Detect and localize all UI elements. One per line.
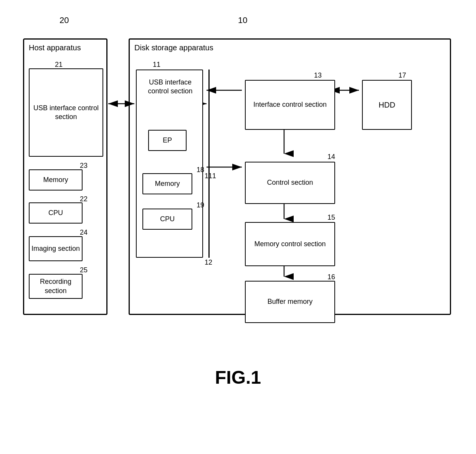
ref-11: 11 [153, 61, 160, 69]
usb-interface-host-box: USB interface control section [29, 68, 103, 157]
cpu-host-box: CPU [29, 202, 83, 224]
ref-16: 16 [327, 273, 335, 281]
ref-23: 23 [80, 162, 88, 170]
memory-host-box: Memory [29, 169, 83, 191]
ref-20: 20 [60, 15, 69, 25]
usb-interface-control-label: USB interface control section [140, 78, 200, 96]
ref-17: 17 [398, 71, 406, 80]
interface-control-label: Interface control section [253, 100, 327, 109]
host-apparatus-box: Host apparatus 21 USB interface control … [23, 38, 107, 315]
recording-section-label: Recording section [30, 277, 82, 295]
buffer-memory-box: Buffer memory [245, 281, 335, 323]
ref-21: 21 [55, 61, 63, 69]
ref-12: 12 [205, 258, 212, 267]
hdd-box: HDD [362, 80, 412, 130]
imaging-section-label: Imaging section [31, 244, 80, 253]
disk-storage-label: Disk storage apparatus [134, 43, 213, 52]
usb-interface-control-box: USB interface control section EP 18 Memo… [136, 70, 203, 258]
cpu-host-label: CPU [48, 209, 63, 217]
hdd-label: HDD [378, 100, 395, 110]
host-apparatus-label: Host apparatus [29, 43, 81, 52]
memory-control-label: Memory control section [254, 240, 326, 249]
ref-22: 22 [80, 195, 88, 203]
memory-host-label: Memory [43, 176, 68, 184]
usb-interface-host-label: USB interface control section [30, 104, 102, 122]
disk-storage-box: Disk storage apparatus 11 USB interface … [129, 38, 451, 315]
memory-control-box: Memory control section [245, 222, 335, 266]
control-section-box: Control section [245, 162, 335, 204]
ref-19: 19 [197, 201, 204, 210]
ref-14: 14 [327, 153, 335, 161]
ref-15: 15 [327, 214, 335, 222]
ref-18: 18 [197, 166, 204, 174]
buffer-memory-label: Buffer memory [268, 297, 313, 306]
bus-line [208, 70, 210, 258]
control-section-label: Control section [267, 178, 313, 187]
ep-label: EP [163, 136, 172, 145]
figure-label: FIG.1 [215, 367, 261, 388]
ref-10: 10 [238, 15, 247, 25]
interface-control-box: Interface control section [245, 80, 335, 130]
ref-25: 25 [80, 266, 88, 274]
cpu-usb-label: CPU [160, 215, 175, 224]
ref-24: 24 [80, 229, 88, 237]
ref-13: 13 [314, 71, 322, 80]
memory-usb-box: Memory [142, 173, 192, 194]
imaging-section-box: Imaging section [29, 236, 83, 261]
cpu-usb-box: CPU [142, 209, 192, 230]
recording-section-box: Recording section [29, 274, 83, 299]
ep-box: EP [148, 130, 187, 151]
memory-usb-label: Memory [155, 179, 180, 188]
ref-111: 111 [205, 172, 216, 180]
